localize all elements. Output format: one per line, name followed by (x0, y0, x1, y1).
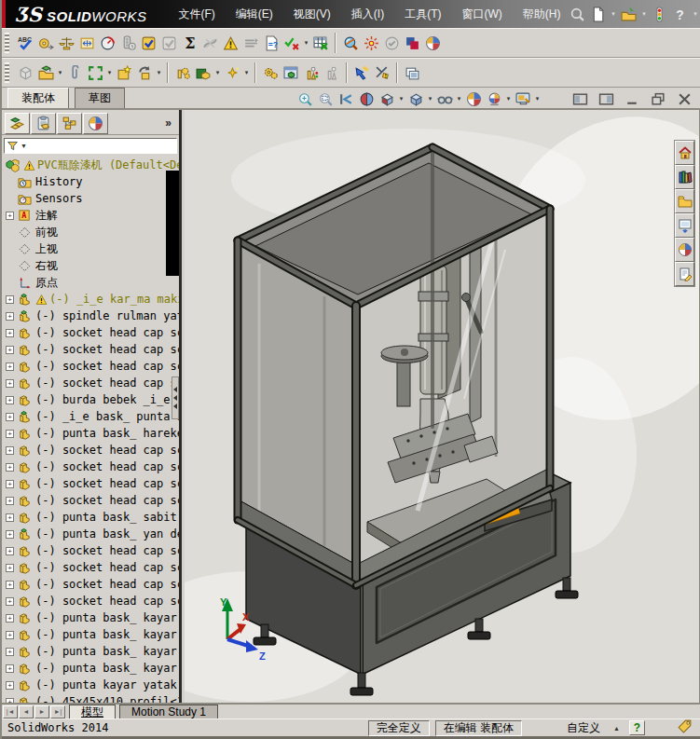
doc-restore-button[interactable] (648, 88, 668, 110)
verification-button[interactable] (281, 32, 302, 54)
expand-box-icon[interactable]: + (6, 212, 14, 220)
tree-item-原点[interactable]: 原点 (2, 274, 182, 291)
equations-button[interactable]: Σ (179, 32, 199, 54)
expand-box-icon[interactable]: + (6, 430, 14, 438)
panel-tab-propertymanager[interactable] (31, 113, 56, 134)
help-caret-icon[interactable]: ▾ (691, 10, 699, 18)
tree-component[interactable]: +(-) socket head cap screw_am<12> (2, 593, 182, 609)
menu-insert[interactable]: 插入(I) (344, 3, 391, 26)
spell-checker-button[interactable]: ABC (15, 32, 35, 54)
tree-item-上视[interactable]: 上视 (2, 240, 182, 257)
expand-box-icon[interactable]: + (6, 312, 14, 321)
tree-component[interactable]: +(-) punta bask_ hareketli yatak<1> (2, 425, 182, 442)
photoview-preview-button[interactable] (340, 32, 361, 54)
tree-component[interactable]: +(-) punta bask_ kayar yatak<4> (2, 660, 182, 677)
taskpane-tab-file-explorer[interactable] (675, 189, 694, 213)
apply-scene-caret-icon[interactable]: ▾ (504, 95, 513, 103)
open-document-button[interactable] (619, 5, 638, 23)
tree-component[interactable]: +(-) socket head cap screw_am<11> (2, 576, 182, 593)
help-button[interactable]: ? (670, 5, 689, 23)
expand-box-icon[interactable]: + (6, 497, 14, 505)
expand-box-icon[interactable]: + (6, 681, 14, 690)
tree-filter-field[interactable]: ▼ (4, 138, 177, 154)
open-document-caret-icon[interactable]: ▾ (639, 10, 648, 18)
new-part-button[interactable] (114, 62, 134, 84)
apply-scene-button[interactable] (484, 88, 504, 110)
linear-component-pattern-caret-icon[interactable]: ▾ (105, 69, 114, 76)
tree-component[interactable]: +(-) punta bask_ sabit yatak<1> (2, 509, 182, 526)
panel-tab-configurationmanager[interactable] (57, 113, 82, 134)
view-orientation-caret-icon[interactable]: ▾ (397, 95, 405, 103)
panel-tab-dimxpertmanager[interactable] (83, 113, 108, 134)
component-preview-window-button[interactable] (281, 62, 301, 84)
hide-show-items-button[interactable] (434, 88, 455, 110)
tree-component[interactable]: +(-) socket head cap screw_am<9> (2, 542, 182, 559)
compare-documents-button[interactable] (240, 32, 261, 54)
menu-help[interactable]: 帮助(H) (515, 3, 569, 26)
collaboration-traffic-light-button[interactable] (650, 5, 668, 23)
expand-box-icon[interactable]: + (6, 581, 14, 589)
panel-tab-featuremanager-tree[interactable] (5, 113, 30, 134)
import-diagnostics-button[interactable] (220, 32, 240, 54)
new-document-caret-icon[interactable]: ▾ (609, 10, 617, 18)
edit-appearance-button[interactable] (463, 88, 484, 110)
tree-component[interactable]: +(-) socket head cap screw_am<3> (2, 358, 182, 375)
zoom-to-area-button[interactable] (315, 88, 336, 110)
motion-nav-next-button[interactable]: ► (34, 705, 49, 718)
units-caret-icon[interactable]: ▲ (613, 725, 620, 732)
tree-component[interactable]: +(-) socket head cap screw_am<6> (2, 458, 182, 475)
tree-component[interactable]: +(-) punta bask_ yan destek<1> (2, 526, 182, 542)
pane-right-button[interactable] (596, 88, 616, 110)
tab-assembly[interactable]: 装配体 (7, 88, 69, 108)
expand-box-icon[interactable]: + (6, 329, 14, 337)
doc-minimize-button[interactable] (622, 88, 642, 110)
tree-component[interactable]: +(-) socket head cap screw_am<7> (2, 475, 182, 492)
render-region-button[interactable] (361, 32, 381, 54)
tree-component[interactable]: +(-) socket head cap screw_am<4> (2, 375, 182, 391)
expand-box-icon[interactable]: + (6, 597, 14, 606)
large-assembly-mode-caret-icon[interactable]: ▾ (213, 69, 222, 76)
menu-tools[interactable]: 工具(T) (397, 3, 448, 26)
tree-component[interactable]: +(-) _i_e kar_ma makina sistemi<1> (2, 291, 182, 308)
move-with-triad-button[interactable] (172, 62, 193, 84)
expand-box-icon[interactable]: + (6, 396, 14, 404)
section-properties-button[interactable] (76, 32, 97, 54)
expand-box-icon[interactable]: + (6, 363, 14, 371)
tree-item-右视[interactable]: 右视 (2, 257, 182, 274)
tree-component[interactable]: +(-) burda bebek _i_e1<1> (2, 391, 182, 408)
menu-view[interactable]: 视图(V) (286, 3, 338, 26)
tree-root-assembly[interactable]: PVC瓶除漆机 (Default<Default_Display State-1… (2, 157, 182, 173)
check-read-only-button[interactable]: =? (261, 32, 281, 54)
tab-sketch[interactable]: 草图 (75, 88, 125, 108)
graphics-viewport[interactable]: Y X Z (185, 110, 699, 703)
previous-view-button[interactable] (336, 88, 356, 110)
smart-fasteners-button[interactable] (351, 62, 372, 84)
select-unchecked-button[interactable] (158, 32, 179, 54)
measure-button[interactable] (35, 32, 56, 54)
expand-box-icon[interactable]: + (6, 480, 14, 488)
tree-component[interactable]: +(-) punta bask_ kayar yatak<2> (2, 626, 182, 643)
tree-component[interactable]: +(-) _i_e bask_ punta sistemi<1> (2, 408, 182, 425)
deviation-analysis-button[interactable] (199, 32, 220, 54)
taskpane-tab-home[interactable] (675, 141, 694, 165)
insert-from-file-caret-icon[interactable]: ▾ (56, 69, 64, 76)
tag-icon[interactable] (677, 718, 693, 737)
smart-components-button[interactable] (222, 62, 242, 84)
design-table-button[interactable] (310, 32, 331, 54)
take-snapshot-button[interactable] (402, 62, 422, 84)
insert-from-file-button[interactable] (35, 62, 56, 84)
expand-box-icon[interactable]: + (6, 631, 14, 639)
tree-item-前视[interactable]: 前视 (2, 224, 182, 240)
rotate-component-button[interactable] (134, 62, 155, 84)
tab-motion-study[interactable]: Motion Study 1 (119, 705, 218, 719)
verification-caret-icon[interactable]: ▾ (302, 39, 310, 47)
hide-show-items-caret-icon[interactable]: ▾ (455, 95, 463, 103)
motion-nav-prev-button[interactable]: ◄ (19, 705, 34, 718)
edit-decal-button[interactable] (402, 32, 422, 54)
menu-window[interactable]: 窗口(W) (454, 3, 509, 26)
tree-component[interactable]: +(-) punta bask_ kayar yatak<1> (2, 609, 182, 626)
expand-box-icon[interactable]: + (6, 648, 14, 656)
tree-component[interactable]: +(-) punta kayar yatak sabitleme<1> (2, 677, 182, 693)
expand-box-icon[interactable]: + (6, 379, 14, 388)
expand-box-icon[interactable]: + (6, 513, 14, 522)
